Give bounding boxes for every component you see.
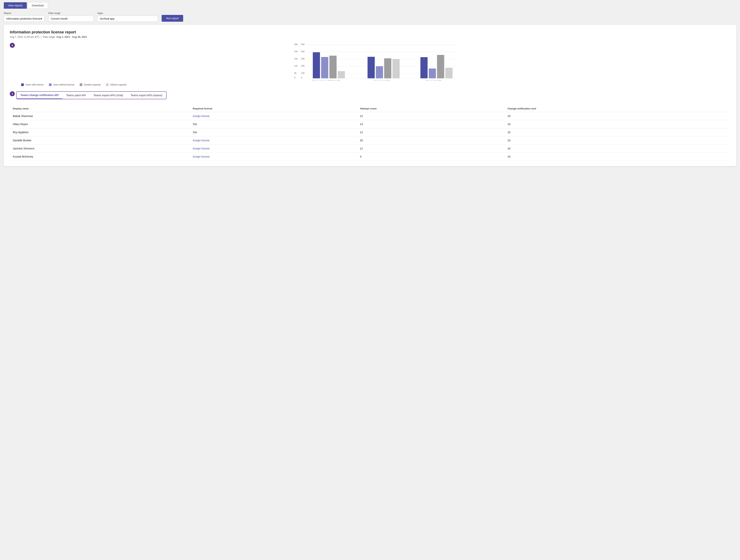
run-report-button[interactable]: Run report (162, 15, 183, 22)
view-reports-tab[interactable]: View reports (4, 2, 27, 9)
svg-rect-18 (313, 52, 320, 78)
date-range-value: Current month (51, 17, 68, 20)
col-header-required-license: Required license (190, 105, 357, 112)
report-value: Information protection license (6, 17, 41, 20)
tab-teams-patch-api[interactable]: Teams patch API (62, 92, 90, 99)
svg-rect-26 (392, 59, 400, 78)
col-header-display-name: Display name ↓ (10, 105, 190, 112)
cell-attempt-count: 20 (357, 136, 504, 144)
legend-users-with-license: Users with license (21, 83, 43, 86)
cell-attempt-count: 12 (357, 112, 504, 120)
sort-icon[interactable]: ↓ (30, 108, 31, 110)
cell-required-license: Yes (190, 120, 357, 128)
svg-rect-21 (338, 71, 345, 78)
cell-display-name: Krystal McKinney (10, 153, 190, 161)
cell-change-notification-sent: 10 (504, 136, 730, 144)
tab-bar: View reports Download (0, 0, 740, 9)
svg-rect-31 (437, 55, 444, 78)
legend-label-users-without-license: Users without license (53, 83, 74, 86)
apps-value: Archival app (100, 17, 114, 20)
date-range-input[interactable]: Current month (48, 16, 94, 22)
legend-label-utilized-capacity: Utilized capacity (110, 83, 126, 86)
svg-text:500: 500 (301, 43, 304, 45)
svg-rect-23 (368, 57, 375, 78)
cell-attempt-count: 4 (357, 153, 504, 161)
cell-change-notification-sent: 10 (504, 112, 730, 120)
step9-badge: 9 (10, 91, 15, 96)
cell-attempt-count: 13 (357, 120, 504, 128)
table-row: Hilary ReyesYes1310 (10, 120, 730, 128)
svg-text:100: 100 (301, 72, 304, 74)
svg-rect-29 (421, 57, 428, 78)
cell-change-notification-sent: 10 (504, 120, 730, 128)
svg-text:6k: 6k (294, 72, 297, 74)
svg-text:Teams export API: Teams export API (373, 80, 390, 81)
apps-filter-group: Apps Archival app (97, 12, 158, 22)
legend-color-users-with-license (21, 83, 24, 86)
legend-label-seeded-capacity: Seeded capacity (84, 83, 101, 86)
cell-attempt-count: 12 (357, 128, 504, 136)
legend-utilized-capacity: Utilized capacity (106, 83, 126, 86)
table-row: Danielle BookerAssign license2010 (10, 136, 730, 144)
api-tabs-step-row: 9 Teams change notification API Teams pa… (10, 91, 730, 103)
date-range-display: Aug 1, 2021 - Aug 30, 2021 (56, 35, 87, 38)
svg-text:0: 0 (294, 77, 295, 79)
svg-rect-25 (384, 58, 391, 78)
svg-text:0: 0 (301, 77, 302, 79)
report-filter-group: Report Information protection license ▾ (4, 12, 44, 22)
svg-rect-30 (429, 69, 436, 78)
legend-color-utilized-capacity (106, 83, 109, 86)
col-header-attempt-count: Attempt count (357, 105, 504, 112)
download-tab[interactable]: Download (27, 2, 48, 9)
report-card: Information protection license report Au… (4, 25, 736, 166)
cell-attempt-count: 11 (357, 144, 504, 153)
table-row: Jazmine SimmonsAssign license1110 (10, 144, 730, 153)
svg-text:Teams change notification API: Teams change notification API (312, 80, 340, 81)
cell-display-name: Roy Appleton (10, 128, 190, 136)
cell-required-license[interactable]: Assign license (190, 153, 357, 161)
report-dropdown[interactable]: Information protection license ▾ (4, 16, 44, 22)
legend-users-without-license: Users without license (49, 83, 74, 86)
table-header-row: Display name ↓ Required license Attempt … (10, 105, 730, 112)
report-title: Information protection license report (10, 30, 730, 34)
cell-display-name: Jazmine Simmons (10, 144, 190, 153)
date-range-filter-group: Date range Current month (48, 12, 94, 22)
cell-display-name: Hilary Reyes (10, 120, 190, 128)
chevron-down-icon: ▾ (41, 17, 42, 20)
tab-teams-export-apis-teams[interactable]: Teams export APIs (teams) (127, 92, 166, 99)
tab-teams-export-apis-chat[interactable]: Teams export APIs (chat) (90, 92, 127, 99)
cell-change-notification-sent: 10 (504, 144, 730, 153)
filters-bar: Report Information protection license ▾ … (0, 9, 740, 25)
cell-change-notification-sent: 10 (504, 128, 730, 136)
api-tabs-container: Teams change notification API Teams patc… (16, 91, 167, 99)
svg-text:18k: 18k (294, 58, 298, 60)
cell-display-name: Babak Shammas (10, 112, 190, 120)
chart-svg: 30k 24k 18k 12k 6k 0 500 400 300 200 100… (16, 43, 730, 81)
legend-color-seeded-capacity (80, 83, 82, 86)
legend-label-users-with-license: Users with license (25, 83, 43, 86)
svg-text:200: 200 (301, 65, 304, 67)
table-row: Babak ShammasAssign license1210 (10, 112, 730, 120)
chart-legend: Users with license Users without license… (10, 83, 730, 86)
cell-display-name: Danielle Booker (10, 136, 190, 144)
tab-teams-change-notification-api[interactable]: Teams change notification API (17, 92, 62, 99)
cell-required-license[interactable]: Assign license (190, 136, 357, 144)
legend-color-users-without-license (49, 83, 52, 86)
svg-rect-19 (321, 57, 329, 78)
step8-badge: 8 (10, 43, 15, 48)
legend-seeded-capacity: Seeded capacity (80, 83, 101, 86)
svg-text:Teams patch API: Teams patch API (426, 80, 441, 81)
data-table: Display name ↓ Required license Attempt … (10, 105, 730, 161)
cell-required-license[interactable]: Assign license (190, 144, 357, 153)
svg-text:30k: 30k (294, 43, 298, 45)
cell-required-license[interactable]: Assign license (190, 112, 357, 120)
svg-rect-20 (330, 55, 337, 78)
table-body: Babak ShammasAssign license1210Hilary Re… (10, 112, 730, 161)
date-range-label: Date range (48, 12, 94, 14)
chart-container: 30k 24k 18k 12k 6k 0 500 400 300 200 100… (16, 43, 730, 81)
table-row: Krystal McKinneyAssign license410 (10, 153, 730, 161)
svg-text:24k: 24k (294, 50, 298, 52)
report-label: Report (4, 12, 44, 14)
apps-input[interactable]: Archival app (97, 16, 158, 22)
apps-label: Apps (97, 12, 158, 14)
